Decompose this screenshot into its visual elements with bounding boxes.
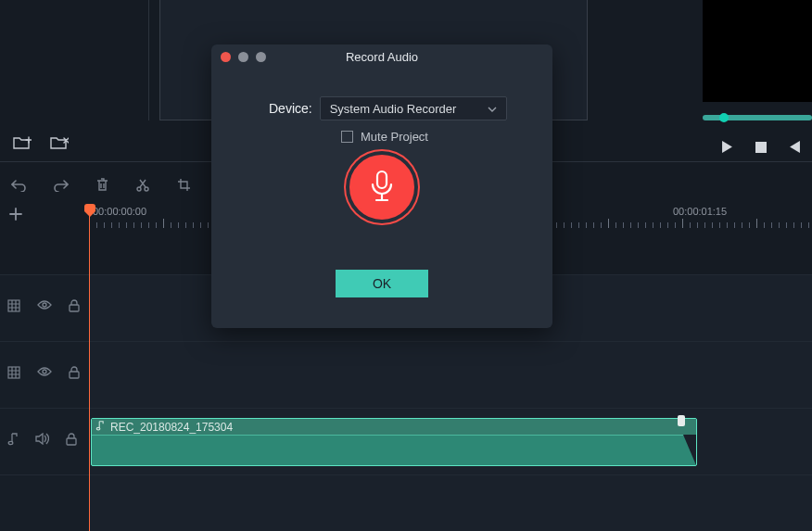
- ruler-time-0: 00:00:00:00: [93, 206, 146, 217]
- crop-icon[interactable]: [177, 178, 191, 192]
- media-folder-ops: [13, 135, 69, 150]
- clip-keyframe-handle[interactable]: [678, 415, 685, 426]
- delete-folder-icon[interactable]: [50, 135, 69, 150]
- stop-icon[interactable]: [755, 142, 767, 153]
- track-visibility-icon[interactable]: [37, 366, 52, 379]
- playhead[interactable]: [89, 204, 90, 531]
- preview-progress-slider[interactable]: [703, 115, 812, 120]
- svg-rect-6: [8, 367, 19, 378]
- clip-fade-out[interactable]: [683, 435, 696, 465]
- new-folder-icon[interactable]: [13, 135, 32, 150]
- audio-track-1-content[interactable]: REC_20180824_175304: [89, 409, 812, 474]
- mute-project-checkbox[interactable]: [341, 131, 353, 143]
- split-icon[interactable]: [136, 178, 149, 192]
- record-audio-dialog: Record Audio Device: System Audio Record…: [211, 44, 552, 328]
- step-back-icon[interactable]: [789, 141, 801, 153]
- track-lock-icon[interactable]: [66, 433, 77, 446]
- ruler-time-1: 00:00:01:15: [673, 206, 727, 217]
- dialog-titlebar[interactable]: Record Audio: [211, 44, 552, 70]
- microphone-icon: [369, 170, 395, 206]
- undo-icon[interactable]: [11, 179, 26, 192]
- empty-track: [0, 474, 812, 531]
- chevron-down-icon: [488, 103, 497, 114]
- svg-point-4: [43, 303, 46, 307]
- dialog-title: Record Audio: [211, 50, 552, 64]
- program-preview: [703, 0, 812, 102]
- track-visibility-icon[interactable]: [37, 299, 52, 312]
- track-lock-icon[interactable]: [69, 366, 80, 379]
- svg-point-1: [137, 187, 141, 191]
- redo-icon[interactable]: [54, 179, 69, 192]
- device-select[interactable]: System Audio Recorder: [320, 96, 507, 120]
- svg-rect-12: [377, 171, 387, 188]
- svg-rect-10: [67, 438, 76, 445]
- audio-track-1: REC_20180824_175304: [0, 408, 812, 474]
- add-track-icon[interactable]: [9, 208, 22, 223]
- device-select-value: System Audio Recorder: [330, 102, 457, 116]
- delete-icon[interactable]: [96, 178, 108, 192]
- track-settings-icon[interactable]: [7, 299, 20, 312]
- svg-rect-0: [755, 142, 767, 153]
- svg-point-7: [43, 370, 46, 373]
- svg-point-9: [8, 441, 13, 444]
- svg-rect-8: [70, 372, 79, 378]
- music-note-icon: [95, 421, 105, 434]
- audio-clip[interactable]: REC_20180824_175304: [91, 418, 697, 466]
- video-track-2: [0, 341, 812, 408]
- edit-toolbar: [11, 178, 228, 192]
- mute-project-label: Mute Project: [361, 130, 428, 144]
- svg-point-11: [96, 427, 100, 430]
- music-note-icon[interactable]: [7, 433, 19, 446]
- video-track-2-content[interactable]: [89, 342, 812, 408]
- svg-rect-3: [8, 300, 19, 311]
- media-panel-divider: [148, 0, 149, 120]
- svg-rect-5: [70, 305, 79, 311]
- track-settings-icon[interactable]: [7, 366, 20, 379]
- track-mute-icon[interactable]: [35, 433, 49, 446]
- play-icon[interactable]: [721, 141, 733, 153]
- audio-clip-name: REC_20180824_175304: [110, 421, 233, 434]
- player-controls: [721, 141, 801, 153]
- empty-track-content[interactable]: [89, 475, 812, 531]
- record-button[interactable]: [349, 155, 414, 220]
- device-label: Device:: [269, 101, 312, 116]
- svg-point-2: [145, 187, 148, 191]
- ok-button[interactable]: OK: [336, 270, 428, 297]
- track-lock-icon[interactable]: [69, 299, 80, 312]
